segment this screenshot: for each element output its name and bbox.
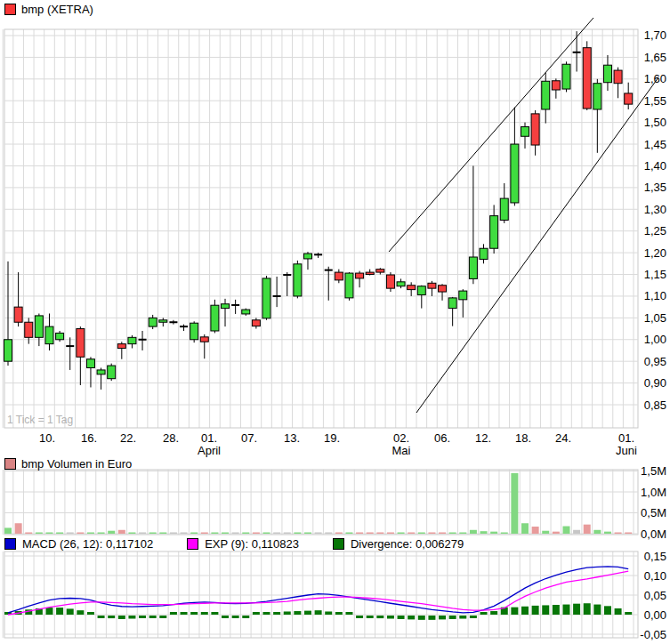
- candle-body: [603, 65, 611, 83]
- divergence-bar: [356, 616, 363, 618]
- divergence-bar: [294, 611, 301, 615]
- candle-body: [149, 318, 157, 326]
- divergence-bar: [190, 612, 198, 615]
- month-axis-label: April: [198, 444, 221, 457]
- divergence-bar: [480, 612, 488, 615]
- date-axis-label: 01.: [201, 431, 217, 445]
- candle-body: [593, 84, 601, 109]
- candle-body: [469, 257, 477, 278]
- divergence-bar: [211, 612, 218, 615]
- candle-body: [14, 307, 22, 322]
- volume-bar: [201, 533, 208, 535]
- volume-bar: [181, 533, 188, 535]
- candle-body: [500, 198, 508, 220]
- volume-bar: [584, 525, 591, 534]
- volume-bar: [15, 523, 22, 534]
- candle-body: [190, 323, 198, 340]
- date-axis-label: 12.: [475, 431, 491, 445]
- price-axis-label: 1,40: [644, 159, 666, 173]
- divergence-bar: [222, 616, 229, 618]
- divergence-bar: [459, 616, 466, 619]
- date-axis-label: 07.: [241, 431, 257, 445]
- price-axis-label: 1,20: [644, 246, 666, 260]
- divergence-bar: [418, 616, 425, 620]
- volume-bar: [211, 533, 218, 535]
- volume-bar: [511, 473, 518, 534]
- volume-bar: [284, 533, 291, 535]
- volume-bar: [335, 533, 343, 535]
- candle-body: [56, 333, 64, 339]
- candle-body: [521, 127, 529, 137]
- candle-body: [417, 286, 425, 295]
- price-axis-label: 0,85: [644, 398, 666, 412]
- candle-body: [583, 48, 591, 109]
- exp-legend-item: EXP (9): 0,110823: [187, 537, 299, 551]
- volume-bar: [4, 527, 12, 534]
- volume-bar: [625, 533, 632, 535]
- volume-bar: [459, 533, 466, 535]
- candle-body: [117, 344, 125, 349]
- candle-body: [531, 114, 539, 145]
- price-axis-label: 1,30: [644, 203, 666, 216]
- candle-body: [386, 275, 394, 288]
- date-axis-label: 10.: [39, 431, 55, 445]
- candle-body: [242, 310, 250, 314]
- volume-bar: [418, 533, 425, 535]
- candle-doji: [231, 304, 239, 306]
- divergence-bar: [315, 610, 322, 615]
- price-axis-label: 1,05: [644, 311, 666, 325]
- price-axis-label: 1,35: [644, 181, 666, 194]
- volume-bar: [139, 533, 146, 535]
- tick-note: 1 Tick = 1 Tag: [7, 414, 73, 426]
- divergence-bar: [511, 608, 518, 615]
- divergence-bar: [625, 612, 632, 615]
- candle-doji: [273, 295, 281, 297]
- divergence-bar: [263, 612, 270, 615]
- candle-body: [222, 304, 230, 309]
- divergence-bar: [367, 616, 374, 618]
- divergence-bar: [159, 616, 166, 618]
- candle-body: [35, 316, 43, 337]
- candle-body: [356, 273, 364, 278]
- candle-body: [303, 254, 311, 259]
- candle-body: [614, 70, 622, 84]
- price-axis-label: 0,90: [644, 376, 666, 390]
- volume-axis-label: 1,5M: [641, 464, 666, 478]
- volume-bar: [263, 533, 270, 535]
- divergence-bar: [408, 616, 415, 619]
- volume-bar: [170, 533, 177, 535]
- divergence-bar: [542, 605, 549, 615]
- divergence-bar: [376, 616, 383, 618]
- candle-body: [562, 64, 570, 89]
- date-axis-label: 22.: [120, 431, 136, 445]
- volume-bar: [87, 533, 94, 535]
- volume-bar: [304, 533, 311, 535]
- divergence-bar: [77, 610, 84, 615]
- exp-legend-label: EXP (9): 0,110823: [205, 537, 299, 551]
- candle-body: [345, 273, 353, 298]
- price-chart-header: bmp (XETRA): [4, 3, 93, 16]
- macd-legend: MACD (26, 12): 0,117102 EXP (9): 0,11082…: [4, 537, 464, 551]
- price-axis-label: 1,00: [644, 333, 666, 346]
- volume-bar: [562, 527, 569, 534]
- divergence-bar: [253, 612, 260, 615]
- divergence-bar: [428, 616, 435, 620]
- divergence-bar: [470, 616, 477, 618]
- volume-bar: [190, 533, 198, 535]
- volume-bar: [356, 533, 363, 535]
- volume-bar: [387, 533, 394, 535]
- price-axis-label: 1,60: [644, 72, 666, 85]
- price-axis-label: 1,70: [644, 28, 666, 42]
- volume-bar: [108, 531, 115, 534]
- panel-border: [4, 470, 638, 535]
- candle-body: [97, 370, 105, 374]
- volume-bar: [490, 532, 497, 534]
- date-axis-label: 18.: [515, 431, 531, 445]
- candle-doji: [169, 321, 177, 323]
- divergence-legend-label: Divergence: 0,006279: [351, 537, 464, 551]
- date-axis-label: 28.: [163, 431, 179, 445]
- divergence-bar: [170, 612, 177, 615]
- divergence-bar: [149, 616, 157, 618]
- date-axis-label: 24.: [555, 431, 571, 445]
- volume-bar: [367, 533, 374, 535]
